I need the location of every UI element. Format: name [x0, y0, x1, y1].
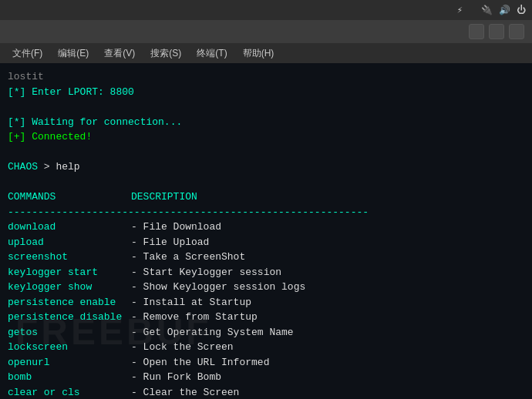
maximize-button[interactable]: [489, 24, 504, 39]
terminal-line: lockscreen- Lock the Screen: [8, 340, 524, 355]
title-bar: [0, 20, 532, 43]
menu-item-v[interactable]: 查看(V): [98, 45, 141, 62]
terminal-line: COMMANDSDESCRIPTION: [8, 189, 524, 205]
volume-icon: 🔊: [499, 5, 510, 16]
terminal-line: [*] Waiting for connection...: [8, 115, 524, 130]
menu-bar: 文件(F)编辑(E)查看(V)搜索(S)终端(T)帮助(H): [0, 43, 532, 63]
terminal-line: ----------------------------------------…: [8, 205, 524, 220]
terminal-line: persistence disable- Remove from Startup: [8, 310, 524, 325]
terminal-line: CHAOS > help: [8, 159, 524, 175]
terminal-line: bomb- Run Fork Bomb: [8, 370, 524, 385]
terminal-line: screenshot- Take a ScreenShot: [8, 250, 524, 265]
terminal-line: keylogger start- Start Keylogger session: [8, 265, 524, 280]
menu-item-h[interactable]: 帮助(H): [237, 45, 281, 62]
close-button[interactable]: [509, 24, 524, 39]
minimize-button[interactable]: [469, 24, 484, 39]
terminal-line: openurl- Open the URL Informed: [8, 355, 524, 370]
system-bar: ⚡ 🔌 🔊 ⏻: [0, 0, 532, 20]
menu-item-f[interactable]: 文件(F): [6, 45, 49, 62]
menu-item-t[interactable]: 终端(T): [190, 45, 233, 62]
terminal-line: persistence enable- Install at Startup: [8, 295, 524, 310]
menu-item-e[interactable]: 编辑(E): [52, 45, 95, 62]
terminal-line: getos- Get Operating System Name: [8, 325, 524, 340]
terminal-line: keylogger show- Show Keylogger session l…: [8, 280, 524, 295]
terminal-line: lostit: [8, 69, 524, 85]
terminal[interactable]: FREEBUF lostit[*] Enter LPORT: 8800 [*] …: [0, 63, 532, 399]
terminal-line: clear or cls- Clear the Screen: [8, 385, 524, 400]
plug-icon: 🔌: [481, 5, 493, 16]
power-icon[interactable]: ⏻: [517, 5, 526, 16]
system-bar-right: ⚡ 🔌 🔊 ⏻: [457, 5, 526, 16]
window-controls: [469, 24, 524, 39]
terminal-line: [*] Enter LPORT: 8800: [8, 85, 524, 100]
network-icon: ⚡: [457, 5, 463, 16]
terminal-line: [8, 99, 524, 115]
terminal-line: download- File Download: [8, 220, 524, 235]
terminal-line: [+] Connected!: [8, 129, 524, 145]
terminal-line: [8, 145, 524, 160]
terminal-line: upload- File Upload: [8, 235, 524, 250]
menu-item-s[interactable]: 搜索(S): [144, 45, 187, 62]
terminal-line: [8, 175, 524, 190]
